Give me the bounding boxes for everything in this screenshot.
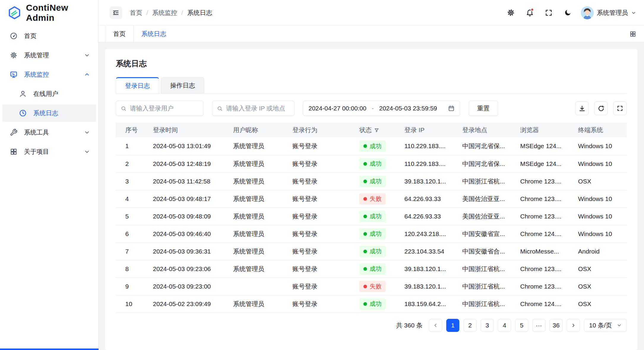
page-button-5[interactable]: 5 xyxy=(515,319,528,332)
export-button[interactable] xyxy=(575,102,589,115)
cell-nickname: 系统管理员 xyxy=(233,155,292,172)
cell-login-time: 2024-05-03 09:23:06 xyxy=(153,260,233,278)
table-row: 1 2024-05-03 13:01:49 系统管理员 账号登录 成功 110.… xyxy=(116,137,627,155)
table-fullscreen-button[interactable] xyxy=(613,102,627,115)
sidebar-collapse-button[interactable] xyxy=(110,7,122,19)
system-log-card: 系统日志 登录日志 操作日志 2024-04-27 00:00: xyxy=(105,49,637,350)
settings-button[interactable] xyxy=(505,7,517,19)
cell-ip: 120.243.218.... xyxy=(404,225,462,243)
expand-icon xyxy=(617,105,623,112)
cell-location: 中国浙江省杭... xyxy=(462,172,520,190)
breadcrumb: 首页 / 系统监控 / 系统日志 xyxy=(130,9,212,17)
cell-browser: MSEdge 124... xyxy=(520,137,578,155)
notification-button[interactable] xyxy=(524,7,536,19)
prev-page-button[interactable] xyxy=(429,319,442,332)
reset-button[interactable]: 重置 xyxy=(469,101,498,116)
sidebar: ContiNew Admin 首页 系统管理 xyxy=(0,0,99,350)
cell-os: Android xyxy=(578,243,627,260)
page-size-value: 10 条/页 xyxy=(589,321,612,330)
col-header-nickname: 用户昵称 xyxy=(233,123,292,137)
sidebar-item-online-users[interactable]: 在线用户 xyxy=(2,85,96,102)
status-dot xyxy=(363,250,367,253)
main-area: 首页 / 系统监控 / 系统日志 xyxy=(99,0,644,350)
user-name: 系统管理员 xyxy=(597,9,628,17)
col-header-browser: 浏览器 xyxy=(520,123,578,137)
next-page-button[interactable] xyxy=(567,319,580,332)
date-range-picker[interactable]: 2024-04-27 00:00:00 - 2024-05-03 23:59:5… xyxy=(303,101,460,116)
login-user-input[interactable] xyxy=(130,105,199,112)
login-ip-input[interactable] xyxy=(226,105,289,112)
wrench-icon xyxy=(10,129,18,136)
sidebar-item-label: 系统管理 xyxy=(24,51,49,59)
cell-ip: 64.226.93.33 xyxy=(404,208,462,225)
sidebar-item-label: 系统工具 xyxy=(24,128,49,137)
sidebar-item-home[interactable]: 首页 xyxy=(2,27,96,45)
gear-icon xyxy=(10,51,18,59)
tab-login-log[interactable]: 登录日志 xyxy=(116,77,159,93)
cell-login-time: 2024-05-03 09:48:09 xyxy=(153,208,233,225)
sidebar-item-system-tools[interactable]: 系统工具 xyxy=(2,124,96,141)
cell-status: 失败 xyxy=(359,190,404,208)
cell-location: 中国浙江省杭... xyxy=(462,295,520,313)
user-menu[interactable]: 系统管理员 xyxy=(581,6,636,19)
page-ellipsis-button[interactable]: ··· xyxy=(532,319,545,332)
tab-options-button[interactable] xyxy=(629,26,644,42)
cell-no: 10 xyxy=(116,295,153,313)
refresh-icon xyxy=(598,105,605,112)
dashboard-icon xyxy=(10,32,18,40)
login-user-search[interactable] xyxy=(116,101,204,116)
cell-login-time: 2024-05-03 11:42:58 xyxy=(153,172,233,190)
status-dot xyxy=(363,267,367,271)
sidebar-item-system-monitor[interactable]: 系统监控 xyxy=(2,66,96,83)
cell-behavior: 账号登录 xyxy=(292,225,359,243)
tab-operation-log[interactable]: 操作日志 xyxy=(161,77,204,93)
breadcrumb-item-monitor[interactable]: 系统监控 xyxy=(152,9,177,17)
sidebar-item-system-management[interactable]: 系统管理 xyxy=(2,47,96,64)
status-badge: 成功 xyxy=(359,140,386,152)
cell-behavior: 账号登录 xyxy=(292,278,359,295)
cell-location: 中国河北省保... xyxy=(462,155,520,172)
page-button-1[interactable]: 1 xyxy=(446,319,459,332)
chevron-down-icon xyxy=(84,52,90,58)
status-dot xyxy=(363,162,367,166)
breadcrumb-item-current: 系统日志 xyxy=(187,9,212,17)
fullscreen-icon xyxy=(545,9,553,17)
cell-os: OSX xyxy=(578,278,627,295)
login-ip-search[interactable] xyxy=(212,101,295,116)
filter-icon[interactable] xyxy=(374,128,379,133)
cell-behavior: 账号登录 xyxy=(292,190,359,208)
cell-ip: 223.104.33.54 xyxy=(404,243,462,260)
page-button-2[interactable]: 2 xyxy=(463,319,477,332)
dark-mode-button[interactable] xyxy=(562,7,574,19)
topbar-actions: 系统管理员 xyxy=(505,6,636,19)
sidebar-item-system-log[interactable]: 系统日志 xyxy=(2,104,96,122)
table-row: 10 2024-05-02 23:09:49 系统管理员 账号登录 成功 183… xyxy=(116,295,627,313)
view-tab-home[interactable]: 首页 xyxy=(105,26,133,42)
breadcrumb-item-home[interactable]: 首页 xyxy=(130,9,142,17)
top-header: 首页 / 系统监控 / 系统日志 xyxy=(99,0,644,26)
status-dot xyxy=(363,144,367,148)
cell-status: 失败 xyxy=(359,278,404,295)
table-action-buttons xyxy=(575,102,627,115)
page-button-3[interactable]: 3 xyxy=(481,319,494,332)
col-header-login-time: 登录时间 xyxy=(153,123,233,137)
page-button-4[interactable]: 4 xyxy=(498,319,511,332)
sidebar-item-label: 首页 xyxy=(24,32,37,40)
refresh-button[interactable] xyxy=(594,102,608,115)
status-badge: 成功 xyxy=(359,211,386,222)
view-tab-bar: 首页 系统日志 xyxy=(99,26,644,42)
table-row: 6 2024-05-03 09:46:40 系统管理员 账号登录 成功 120.… xyxy=(116,225,627,243)
cell-nickname: 系统管理员 xyxy=(233,295,292,313)
cell-status: 成功 xyxy=(359,155,404,172)
grid-icon xyxy=(10,148,18,156)
page-button-36[interactable]: 36 xyxy=(550,319,563,332)
col-header-ip: 登录 IP xyxy=(404,123,462,137)
sidebar-item-about-project[interactable]: 关于项目 xyxy=(2,143,96,160)
breadcrumb-separator: / xyxy=(146,9,148,16)
page-title: 系统日志 xyxy=(116,58,627,69)
status-badge: 成功 xyxy=(359,298,386,310)
page-size-select[interactable]: 10 条/页 xyxy=(584,319,627,332)
fullscreen-button[interactable] xyxy=(543,7,555,19)
cell-behavior: 账号登录 xyxy=(292,208,359,225)
view-tab-system-log[interactable]: 系统日志 xyxy=(133,26,174,42)
